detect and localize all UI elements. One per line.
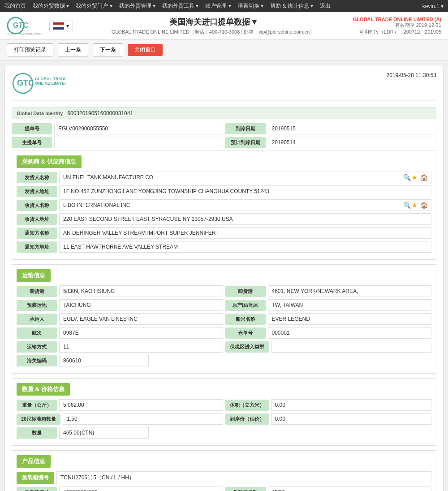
bonded-zone-field: 保税区进入类型	[225, 341, 432, 353]
shipper-name-label: 发货人名称	[17, 172, 57, 183]
prev-button[interactable]: 上一条	[58, 43, 88, 56]
shipper-star-icon[interactable]: ★	[412, 174, 419, 181]
nav-logout[interactable]: 退出	[320, 2, 331, 10]
product-section: 产品信息 集装箱编号 TCNU2706115（CN / L / HH） 集装箱尺…	[12, 450, 436, 491]
doc-logo: GTC GLOBAL TRADE ONLINE LIMITED	[12, 72, 65, 96]
shipper-home-icon[interactable]: 🏠	[420, 174, 427, 181]
container-number-value: TCNU2706115（CN / L / HH）	[56, 471, 431, 484]
consignee-icons: 🔍 ★ 🏠	[401, 202, 427, 209]
notify-address-value: 11 EAST HAWTHORNE AVE VALLEY STREAM	[59, 241, 431, 253]
flag-selector[interactable]: ▾	[49, 21, 73, 31]
consignee-star-icon[interactable]: ★	[412, 202, 419, 209]
volume-label: 体积（立方米）	[225, 400, 269, 411]
nav-account[interactable]: 账户管理 ▾	[205, 2, 231, 10]
consignee-search-icon[interactable]: 🔍	[403, 202, 410, 209]
container-type-label: 集装箱类型	[225, 487, 266, 491]
container-price-row: 20尺标准箱数量 1.50 到岸价（估价） 0.00	[17, 413, 431, 425]
page-title: 美国海关进口提单数据 ▾	[73, 17, 353, 27]
print-button[interactable]: 打印预览记录	[7, 43, 53, 56]
estimated-arrival-label: 预计到岸日期	[225, 137, 266, 148]
flag-icon	[53, 22, 64, 30]
svg-text:GLOBAL TRADE: GLOBAL TRADE	[35, 77, 65, 81]
container-size-value: 4000*900*800	[59, 487, 223, 491]
nav-links: 我的首页 我的外贸数据 ▾ 我的外贸门户 ▾ 我的外贸管理 ▾ 我的外贸工具 ▾…	[4, 2, 331, 10]
shipper-search-icon[interactable]: 🔍	[403, 174, 410, 181]
container-number-label: 集装箱编号	[17, 472, 54, 484]
notify-name-value: AN DERINGER VALLEY STREAM IMPORT SUPER J…	[59, 227, 431, 239]
bonded-zone-label: 保税区进入类型	[225, 341, 269, 353]
load-port-field: 装货港 58309, KAO HSIUNG	[17, 285, 223, 297]
customs-code-value: 860610	[59, 355, 149, 366]
weight-field: 重量（公斤） 5,062.00	[17, 399, 223, 411]
unload-port-label: 卸货港	[225, 286, 266, 297]
volume-value: 0.00	[271, 399, 432, 411]
voyage-label: 航次	[17, 327, 57, 339]
doc-datetime: 2019-05-28 11:30:53	[387, 72, 436, 78]
consignee-name-row: 收货人名称 LIBO INTERNATIONAL INC 🔍 ★ 🏠	[17, 199, 431, 211]
bill-number-value: EGLV002900055550	[54, 123, 223, 134]
svg-text:GTC: GTC	[13, 22, 28, 29]
nav-trade-portal[interactable]: 我的外贸门户 ▾	[76, 2, 112, 10]
carrier-label: 承运人	[17, 314, 57, 325]
nav-trade-mgmt[interactable]: 我的外贸管理 ▾	[119, 2, 155, 10]
load-port-label: 装货港	[17, 286, 57, 297]
warehouse-number-field: 仓单号 000001	[225, 327, 432, 339]
supplier-section-header: 采购商 & 供应商信息	[17, 155, 82, 168]
shipper-name-value: UN FUEL TANK MANUFACTURE CO	[63, 174, 401, 181]
weight-value: 5,062.00	[59, 399, 223, 411]
global-data-identity-row: Global Data Identity 6003201905160000031…	[12, 108, 436, 119]
unload-port-field: 卸货港 4601, NEW YORK/NEWARK AREA,	[225, 285, 432, 297]
estimated-arrival-value: 20190514	[268, 137, 437, 148]
nav-help[interactable]: 帮助 & 统计信息 ▾	[270, 2, 313, 10]
voyage-value: 0987E	[59, 327, 223, 339]
nav-trade-tools[interactable]: 我的外贸工具 ▾	[162, 2, 198, 10]
pre-destination-value: TAICHUNG	[59, 299, 223, 311]
nav-home[interactable]: 我的首页	[4, 2, 26, 10]
container-size-row: 集装箱尺寸 4000*900*800 集装箱类型 45G0	[17, 487, 431, 491]
volume-field: 体积（立方米） 0.00	[225, 399, 432, 411]
transport-mode-value: 11	[59, 341, 223, 353]
vessel-name-value: EVER LEGEND	[268, 313, 432, 325]
nav-trade-data[interactable]: 我的外贸数据 ▾	[33, 2, 69, 10]
container-number-row: 集装箱编号 TCNU2706115（CN / L / HH）	[17, 471, 431, 484]
arrival-date-value: 20190515	[268, 123, 437, 134]
carrier-field: 承运人 EGLV, EAGLE VAN LINES INC	[17, 313, 223, 325]
warehouse-number-label: 仓单号	[225, 327, 266, 339]
unload-port-value: 4601, NEW YORK/NEWARK AREA,	[268, 285, 432, 297]
origin-country-label: 原产国/地区	[225, 300, 266, 311]
customs-code-label: 海关编码	[17, 355, 57, 366]
quantity-section: 数量 & 价格信息 重量（公斤） 5,062.00 体积（立方米） 0.00 2…	[12, 378, 436, 446]
container-type-value: 45G0	[268, 487, 432, 491]
user-account[interactable]: kevin.1 ▾	[422, 3, 444, 9]
transport-section: 运输信息 装货港 58309, KAO HSIUNG 卸货港 4601, NEW…	[12, 264, 436, 374]
ldr-info: 可用时段（LDR）：200712、201905	[353, 29, 441, 35]
close-button[interactable]: 关闭窗口	[128, 44, 163, 56]
consignee-name-value: LIBO INTERNATIONAL INC	[63, 202, 401, 208]
transport-section-header: 运输信息	[17, 269, 51, 282]
container-20ft-value: 1.50	[63, 413, 223, 425]
gdi-value: 6003201905160000031041	[67, 110, 133, 116]
weight-label: 重量（公斤）	[17, 400, 57, 411]
transport-mode-label: 运输方式	[17, 341, 57, 353]
transport-mode-row: 运输方式 11 保税区进入类型	[17, 341, 431, 353]
supplier-section: 采购商 & 供应商信息 发货人名称 UN FUEL TANK MANUFACTU…	[12, 151, 436, 260]
consignee-name-label: 收货人名称	[17, 200, 57, 211]
arrival-date-label: 到岸日期	[225, 123, 266, 134]
shipper-icons: 🔍 ★ 🏠	[401, 174, 427, 181]
arrival-price-label: 到岸价（估价）	[225, 413, 269, 425]
pre-destination-label: 预装运地	[17, 300, 57, 311]
main-bill-row: 主提单号 预计到岸日期 20190514	[12, 137, 436, 148]
valid-until: 有效期至 2019-12-31	[353, 22, 441, 29]
account-info: GLOBAL TRADE ONLINE LIMITED (A) 有效期至 201…	[353, 17, 441, 35]
shipper-name-field: UN FUEL TANK MANUFACTURE CO 🔍 ★ 🏠	[59, 172, 431, 183]
bill-row: 提单号 EGLV002900055550 到岸日期 20190515	[12, 123, 436, 134]
next-button[interactable]: 下一条	[93, 43, 123, 56]
arrival-price-value: 0.00	[271, 413, 432, 425]
vessel-name-label: 船只名称	[225, 314, 266, 325]
voyage-field: 航次 0987E	[17, 327, 223, 339]
consignee-home-icon[interactable]: 🏠	[420, 202, 427, 209]
bonded-zone-value	[271, 341, 432, 353]
consignee-address-value: 220 EAST SECOND STREET EAST SYRACUSE NY …	[59, 213, 431, 225]
shipper-address-label: 发货人地址	[17, 186, 57, 197]
nav-language[interactable]: 语言切换 ▾	[238, 2, 263, 10]
